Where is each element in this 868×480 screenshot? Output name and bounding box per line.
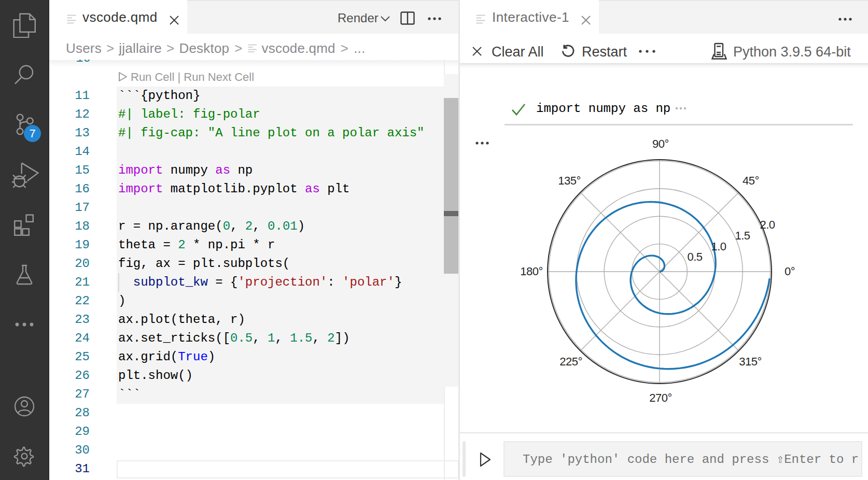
svg-text:270°: 270° bbox=[649, 391, 672, 404]
svg-text:315°: 315° bbox=[739, 355, 762, 368]
svg-text:135°: 135° bbox=[558, 174, 581, 187]
svg-text:90°: 90° bbox=[652, 137, 669, 150]
svg-text:1.5: 1.5 bbox=[735, 229, 750, 242]
svg-text:0°: 0° bbox=[785, 265, 795, 278]
svg-text:45°: 45° bbox=[743, 174, 759, 187]
svg-text:1.0: 1.0 bbox=[711, 240, 726, 253]
svg-text:2.0: 2.0 bbox=[760, 218, 775, 231]
svg-text:0.5: 0.5 bbox=[687, 250, 702, 263]
svg-text:180°: 180° bbox=[520, 265, 543, 278]
svg-text:225°: 225° bbox=[559, 355, 582, 368]
